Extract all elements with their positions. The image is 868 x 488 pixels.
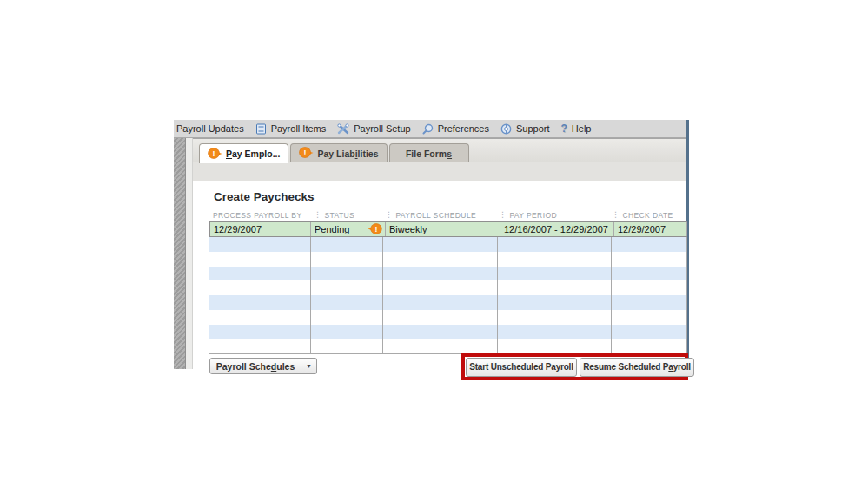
empty-cell [311,325,383,340]
empty-cell [498,267,612,281]
window-edge-strip [174,138,186,369]
life-ring-icon [500,123,512,135]
empty-cell [209,267,311,281]
column-header-status[interactable]: ⋮STATUS [310,211,381,220]
resume-scheduled-payroll-button[interactable]: Resume Scheduled Payroll [580,358,694,377]
toolbar-item-label: Preferences [438,123,489,134]
column-header-process-payroll-by[interactable]: PROCESS PAYROLL BY [209,211,310,220]
empty-row [209,325,687,340]
alert-balloon-icon: ! [299,147,314,160]
column-grip-icon: ⋮ [499,211,507,219]
toolbar-item-label: Payroll Updates [176,123,244,134]
toolbar-item-label: Payroll Items [271,123,327,134]
tab-pay-employees[interactable]: ! Pay Emplo... [199,143,288,163]
empty-cell [612,339,687,353]
empty-cell [209,295,311,310]
empty-cell [612,295,687,310]
empty-row [209,310,687,325]
status-alert-icon: ! [368,223,382,236]
toolbar-item-preferences[interactable]: Preferences [422,123,489,135]
empty-cell [209,325,311,340]
payroll-items-icon [255,123,267,135]
magnifier-icon [422,123,434,135]
question-mark-icon: ? [561,122,567,135]
cell-payroll-schedule: Biweekly [386,222,500,236]
empty-cell [383,280,498,295]
empty-row [209,252,687,267]
empty-cell [612,252,687,267]
toolbar-item-payroll-updates[interactable]: Payroll Updates [176,123,244,134]
screenshot-canvas: Payroll Updates Payroll Items Payroll Se… [0,0,868,488]
page-title: Create Paychecks [214,190,315,203]
column-header-payroll-schedule[interactable]: ⋮PAYROLL SCHEDULE [381,211,495,220]
empty-row [209,280,687,295]
empty-row [209,339,687,353]
empty-cell [311,237,383,252]
annotation-red-box: Start Unscheduled Payroll Resume Schedul… [461,353,688,380]
empty-cell [383,237,498,252]
window-body: ! Pay Emplo... ! Pay Liabilities File Fo… [174,138,686,369]
empty-cell [383,339,498,353]
empty-cell [498,339,612,353]
start-unscheduled-payroll-button[interactable]: Start Unscheduled Payroll [466,358,577,377]
empty-cell [383,310,498,325]
empty-cell [612,310,687,325]
svg-text:!: ! [375,224,378,233]
payroll-center-panel: ! Pay Emplo... ! Pay Liabilities File Fo… [193,138,686,369]
column-header-pay-period[interactable]: ⋮PAY PERIOD [495,211,608,220]
empty-cell [498,252,612,267]
empty-row [209,267,687,281]
column-header-check-date[interactable]: ⋮CHECK DATE [608,211,687,220]
tab-file-forms[interactable]: File Forms [389,143,469,162]
toolbar-item-help[interactable]: ? Help [561,122,592,135]
toolbar-item-payroll-items[interactable]: Payroll Items [255,123,327,135]
empty-cell [612,325,687,340]
toolbar-item-label: Payroll Setup [354,123,410,134]
empty-cell [383,267,498,281]
payroll-toolbar: Payroll Updates Payroll Items Payroll Se… [174,120,686,138]
column-grip-icon: ⋮ [385,211,393,219]
empty-cell [209,280,311,295]
empty-cell [311,310,383,325]
toolbar-item-label: Help [572,123,592,134]
cell-process-payroll-by: 12/29/2007 [210,222,311,236]
empty-cell [498,310,612,325]
alert-balloon-icon: ! [208,148,222,161]
paychecks-table: PROCESS PAYROLL BY ⋮STATUS ⋮PAYROLL SCHE… [209,208,687,354]
toolbar-item-payroll-setup[interactable]: Payroll Setup [337,123,410,135]
tab-label: File Forms [406,148,452,159]
empty-cell [383,295,498,310]
empty-cell [209,310,311,325]
toolbar-item-support[interactable]: Support [500,123,550,135]
cell-check-date: 12/29/2007 [614,222,687,236]
tab-label: Pay Emplo... [226,148,280,159]
empty-cell [498,295,612,310]
tab-pay-liabilities[interactable]: ! Pay Liabilities [290,143,387,162]
empty-cell [311,280,383,295]
empty-cell [612,280,687,295]
chevron-down-icon[interactable]: ▼ [301,358,317,374]
empty-cell [498,237,612,252]
empty-cell [311,295,383,310]
empty-cell [311,339,383,353]
tab-strip: ! Pay Emplo... ! Pay Liabilities File Fo… [193,138,686,162]
toolbar-item-label: Support [516,123,550,134]
svg-text:!: ! [213,148,215,157]
empty-cell [612,237,687,252]
svg-text:!: ! [304,148,307,157]
empty-cell [498,325,612,340]
empty-cell [383,252,498,267]
empty-cell [209,252,311,267]
payroll-row-selected[interactable]: 12/29/2007 Pending ! Biweekly 12/16/2007… [209,221,687,237]
cell-status: Pending ! [311,222,386,236]
payroll-schedules-button[interactable]: Payroll Schedules [209,358,301,374]
empty-cell [209,339,311,353]
cell-pay-period: 12/16/2007 - 12/29/2007 [500,222,614,236]
crossed-tools-icon [337,123,349,135]
empty-cell [209,237,311,252]
left-gutter [186,138,193,369]
payroll-center-window: Payroll Updates Payroll Items Payroll Se… [174,120,689,369]
empty-row [209,237,687,252]
empty-cell [383,325,498,340]
table-empty-rows [209,237,687,354]
